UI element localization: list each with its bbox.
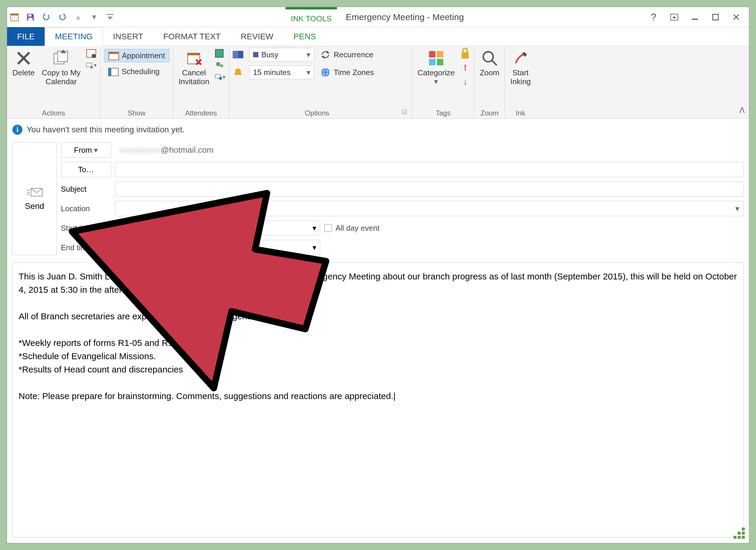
svg-rect-38	[429, 51, 435, 58]
start-time-field[interactable]: 8:00 AM▾	[220, 220, 320, 236]
maximize-icon[interactable]	[711, 12, 721, 22]
calendar-small-icon[interactable]	[86, 49, 97, 58]
show-as-combo[interactable]: Busy ▾	[249, 48, 314, 61]
show-as-icon	[233, 50, 243, 59]
recurrence-icon	[320, 50, 331, 59]
svg-rect-39	[437, 51, 443, 58]
ribbon-tabs: FILE MEETING INSERT FORMAT TEXT REVIEW P…	[7, 27, 749, 46]
svg-rect-5	[28, 14, 32, 17]
forward-small-icon[interactable]: ▾	[86, 61, 97, 70]
svg-rect-34	[233, 51, 238, 58]
ribbon: Delete Copy to My Calendar ▾ Actions	[7, 46, 749, 119]
to-button[interactable]: To…	[61, 162, 111, 177]
low-importance-icon[interactable]: ↓	[460, 77, 470, 86]
tab-insert[interactable]: INSERT	[103, 27, 153, 46]
contextual-tab-ink-tools[interactable]: INK TOOLS	[286, 7, 337, 27]
undo-icon[interactable]	[42, 13, 51, 22]
quick-access-toolbar: ▲ ▼	[7, 13, 118, 22]
svg-rect-23	[108, 68, 111, 76]
options-launcher-icon[interactable]: ◲	[402, 108, 408, 117]
calendar-icon[interactable]	[10, 13, 19, 22]
group-tags: Categorize▾ ! ↓ Tags	[412, 46, 475, 118]
address-book-icon[interactable]	[215, 49, 225, 58]
location-field[interactable]: ▾	[115, 201, 744, 216]
title-bar: ▲ ▼ INK TOOLS Emergency Meeting - Meetin…	[7, 7, 749, 27]
svg-rect-9	[692, 19, 698, 20]
redo-icon[interactable]	[58, 13, 67, 22]
reminder-combo[interactable]: 15 minutes ▾	[249, 66, 314, 79]
svg-rect-10	[713, 14, 718, 20]
appointment-icon	[108, 51, 119, 60]
subject-field[interactable]	[115, 181, 744, 197]
location-label: Location	[61, 204, 111, 213]
close-icon[interactable]	[731, 12, 741, 22]
categorize-button[interactable]: Categorize▾	[416, 48, 457, 86]
all-day-checkbox[interactable]: All day event	[324, 224, 379, 233]
response-options-icon[interactable]: ▾	[215, 73, 225, 82]
end-date-field[interactable]: ▾	[115, 240, 216, 255]
scheduling-button[interactable]: Scheduling	[104, 65, 170, 78]
ribbon-display-icon[interactable]	[669, 12, 679, 22]
scheduling-icon	[108, 67, 119, 76]
high-importance-icon[interactable]: !	[460, 63, 470, 72]
start-inking-button[interactable]: Start Inking	[509, 48, 532, 86]
cancel-invitation-button[interactable]: Cancel Invitation	[177, 48, 211, 86]
tab-meeting[interactable]: MEETING	[45, 27, 103, 46]
private-icon[interactable]	[460, 49, 470, 58]
svg-point-18	[92, 54, 96, 58]
info-bar: i You haven't sent this meeting invitati…	[7, 119, 749, 141]
start-date-field[interactable]: ▾	[115, 220, 216, 236]
svg-rect-40	[429, 59, 435, 65]
from-button[interactable]: From ▾	[61, 142, 111, 158]
message-body[interactable]: This is Juan D. Smith Local Secretary of…	[12, 262, 744, 538]
qat-customize-icon[interactable]	[106, 13, 115, 22]
group-actions: Delete Copy to My Calendar ▾ Actions	[7, 46, 100, 118]
tab-pens[interactable]: PENS	[283, 27, 326, 46]
group-ink: Start Inking Ink	[505, 46, 536, 118]
from-value: @hotmail.com	[161, 145, 214, 154]
tab-format-text[interactable]: FORMAT TEXT	[153, 27, 231, 46]
to-field[interactable]	[115, 162, 744, 177]
svg-point-35	[321, 68, 330, 77]
arrow-down-icon[interactable]: ▼	[90, 13, 99, 22]
svg-point-29	[216, 62, 220, 66]
svg-line-44	[492, 60, 497, 65]
svg-rect-41	[437, 59, 443, 65]
svg-rect-28	[215, 50, 223, 57]
time-zones-button[interactable]: Time Zones	[320, 68, 374, 77]
meeting-form: Send From ▾ xxxxxxxxxx@hotmail.com To… S…	[7, 141, 749, 258]
info-text: You haven't sent this meeting invitation…	[27, 125, 185, 134]
svg-rect-42	[462, 52, 469, 58]
tab-file[interactable]: FILE	[7, 27, 45, 46]
collapse-ribbon-icon[interactable]: ᐱ	[739, 106, 745, 115]
envelope-icon	[26, 187, 43, 198]
end-time-field[interactable]: AM▾	[220, 240, 320, 255]
svg-rect-21	[109, 52, 119, 54]
svg-point-43	[483, 52, 493, 62]
copy-to-calendar-button[interactable]: Copy to My Calendar	[40, 48, 82, 86]
save-icon[interactable]	[26, 13, 35, 22]
arrow-up-icon: ▲	[74, 13, 83, 22]
zoom-button[interactable]: Zoom	[478, 48, 501, 77]
resize-grip-icon	[734, 528, 745, 539]
reminder-icon	[233, 68, 243, 77]
group-show: Appointment Scheduling Show	[100, 46, 173, 118]
group-options: Busy ▾ Recurrence 15 minutes ▾	[229, 46, 412, 118]
globe-icon	[320, 68, 331, 77]
check-names-icon[interactable]	[215, 61, 225, 70]
delete-button[interactable]: Delete	[11, 48, 36, 77]
help-icon[interactable]: ?	[649, 12, 659, 22]
group-attendees: Cancel Invitation ▾ Attendees	[173, 46, 229, 118]
tab-review[interactable]: REVIEW	[231, 27, 283, 46]
minimize-icon[interactable]	[690, 12, 700, 22]
svg-rect-1	[11, 14, 18, 15]
group-zoom: Zoom Zoom	[474, 46, 505, 118]
svg-point-32	[219, 77, 222, 80]
window-title: Emergency Meeting - Meeting	[337, 12, 473, 22]
send-button[interactable]: Send	[12, 142, 57, 255]
svg-rect-25	[188, 53, 200, 55]
recurrence-button[interactable]: Recurrence	[320, 50, 373, 59]
info-icon: i	[12, 125, 22, 135]
window-controls: ?	[641, 12, 749, 22]
appointment-button[interactable]: Appointment	[104, 49, 170, 62]
